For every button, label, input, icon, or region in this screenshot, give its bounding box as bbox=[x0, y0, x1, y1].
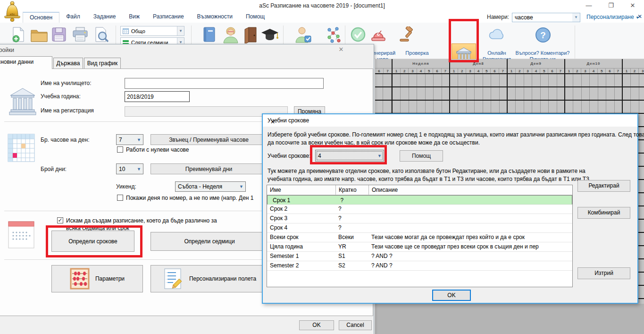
school-name-input[interactable] bbox=[125, 78, 324, 89]
grid-period-number: 1 bbox=[393, 69, 400, 73]
terms-dialog-titlebar: Учебни срокове ✕ bbox=[263, 114, 637, 127]
open-folder-button[interactable] bbox=[30, 28, 48, 43]
find-combobox[interactable]: часове ▼ bbox=[512, 13, 580, 22]
maximize-button[interactable]: ❐ bbox=[604, 1, 618, 10]
term-description: Тези часове могат да се провеждат през к… bbox=[368, 233, 572, 242]
days-count-select[interactable]: 10▼ bbox=[116, 163, 143, 174]
term-short: Всеки bbox=[335, 233, 368, 242]
col-description: Описание bbox=[368, 185, 572, 195]
minimize-button[interactable]: — bbox=[582, 1, 596, 10]
teachers-button[interactable] bbox=[222, 26, 240, 43]
term-row[interactable]: Semester 2S2? AND ? bbox=[267, 261, 572, 271]
edit-button[interactable]: Редактирай bbox=[577, 180, 630, 192]
term-row[interactable]: Срок 1? bbox=[267, 195, 572, 205]
parameters-button[interactable]: Параметри bbox=[51, 265, 143, 292]
questions-button[interactable]: ? bbox=[535, 26, 552, 43]
save-button[interactable] bbox=[51, 26, 67, 43]
table-icon bbox=[123, 28, 129, 34]
find-value: часове bbox=[515, 14, 533, 21]
combine-button[interactable]: Комбинирай bbox=[577, 207, 630, 219]
terms-close-icon[interactable]: ✕ bbox=[268, 117, 278, 127]
term-description: Тези часове ще се проведат през всеки ср… bbox=[368, 242, 572, 251]
print-preview-button[interactable] bbox=[93, 26, 109, 43]
menu-tab-1[interactable]: Основен bbox=[23, 12, 59, 23]
term-description bbox=[368, 223, 572, 232]
settings-close-icon[interactable]: ✕ bbox=[336, 45, 346, 54]
menu-tab-5[interactable]: Разписание bbox=[146, 12, 191, 23]
school-year-input[interactable] bbox=[125, 91, 190, 102]
menu-tab-2[interactable]: Файл bbox=[59, 12, 87, 23]
app-logo-bell-icon[interactable]: aSc bbox=[4, 1, 21, 23]
grid-period-number: 7 bbox=[499, 69, 507, 73]
term-name: Срок 2 bbox=[267, 205, 335, 214]
terms-table-header: Име Кратко Описание bbox=[267, 185, 572, 195]
term-row[interactable]: Цяла годинаYRТези часове ще се проведат … bbox=[267, 242, 572, 252]
grid-day-name: Ден8 bbox=[450, 59, 507, 69]
term-short: S2 bbox=[335, 261, 368, 270]
zero-periods-checkbox[interactable]: Работи с нулеви часове bbox=[117, 146, 189, 153]
grid-period-number: 5 bbox=[482, 69, 490, 73]
menu-tab-7[interactable]: Помощ bbox=[239, 12, 271, 23]
tab-schedule-type[interactable]: Вид график bbox=[84, 58, 121, 69]
rename-days-button[interactable]: Преименувай дни bbox=[151, 163, 267, 174]
bells-rename-periods-button[interactable]: Звънец / Преименувай часове bbox=[151, 134, 267, 145]
tab-basic-data[interactable]: Основни данни bbox=[0, 56, 52, 69]
delete-button[interactable]: Изтрий bbox=[577, 267, 630, 279]
help-button[interactable]: Помощ bbox=[400, 150, 443, 162]
periods-per-day-select[interactable]: 7▼ bbox=[116, 134, 143, 145]
term-row[interactable]: Срок 4? bbox=[267, 223, 572, 233]
contracts-graph-button[interactable] bbox=[326, 26, 343, 43]
grid-period-number: 4 bbox=[417, 69, 425, 73]
view-select-overall[interactable]: Общо ▼ bbox=[120, 26, 184, 36]
checkbox-checked[interactable]: ✓ bbox=[57, 217, 63, 223]
terms-table[interactable]: Име Кратко Описание Срок 1?Срок 2?Срок 3… bbox=[267, 185, 573, 287]
weekend-label: Уикенд: bbox=[116, 183, 136, 190]
term-name: Semester 1 bbox=[267, 252, 335, 261]
term-short: ? bbox=[335, 214, 368, 223]
define-terms-button[interactable]: Определи срокове bbox=[51, 231, 134, 252]
term-row[interactable]: Срок 3? bbox=[267, 214, 572, 223]
settings-ok-button[interactable]: OK bbox=[299, 320, 334, 330]
term-row[interactable]: Всеки срокВсекиТези часове могат да се п… bbox=[267, 233, 572, 242]
grid-period-number: 6 bbox=[548, 69, 556, 73]
online-timetables-button[interactable] bbox=[488, 26, 507, 41]
classrooms-button[interactable] bbox=[243, 26, 258, 43]
weekend-select[interactable]: Събота - Неделя▼ bbox=[175, 181, 246, 192]
menu-tab-4[interactable]: Виж bbox=[122, 12, 146, 23]
term-description: ? AND ? bbox=[368, 261, 572, 270]
term-row[interactable]: Semester 1S1? AND ? bbox=[267, 252, 572, 261]
close-button[interactable]: ✕ bbox=[626, 1, 640, 10]
day-number-checkbox[interactable]: Покажи деня по номер, а не по име (напр.… bbox=[117, 195, 254, 201]
tab-country[interactable]: Държава bbox=[53, 58, 83, 69]
new-document-button[interactable] bbox=[10, 26, 26, 43]
menu-tab-6[interactable]: Възможности bbox=[191, 12, 239, 23]
chevron-down-icon[interactable]: ▼ bbox=[572, 13, 580, 22]
term-name: Срок 3 bbox=[267, 214, 335, 223]
test-button[interactable] bbox=[350, 26, 366, 43]
terms-count-select[interactable]: 4▼ bbox=[315, 150, 384, 162]
grid-period-number: 2 bbox=[515, 69, 523, 73]
subjects-button[interactable] bbox=[201, 26, 217, 43]
checkbox-unchecked[interactable] bbox=[117, 146, 123, 153]
svg-text:?: ? bbox=[540, 30, 546, 40]
different-terms-checkbox[interactable]: ✓ Искам да създам разписание, което да б… bbox=[57, 217, 217, 224]
checkbox-unchecked[interactable] bbox=[117, 195, 123, 201]
custom-fields-button[interactable]: Персонализирани полета bbox=[151, 265, 268, 292]
term-description: ? AND ? bbox=[368, 252, 572, 261]
menu-tab-3[interactable]: Задание bbox=[87, 12, 123, 23]
col-short: Кратко bbox=[335, 185, 368, 195]
print-button[interactable] bbox=[72, 26, 89, 43]
term-row[interactable]: Срок 2? bbox=[267, 205, 572, 214]
lessons-button[interactable] bbox=[294, 26, 312, 43]
define-weeks-button[interactable]: Определи седмици bbox=[151, 232, 268, 251]
personalize-menu[interactable]: Персонализиране ▼ bbox=[586, 14, 639, 20]
personalize-close-icon[interactable]: ✕ bbox=[637, 13, 642, 20]
chevron-down-icon[interactable]: ▼ bbox=[177, 26, 184, 35]
term-name: Срок 4 bbox=[267, 223, 335, 232]
settings-cancel-button[interactable]: Cancel bbox=[339, 320, 372, 330]
terms-ok-button[interactable]: OK bbox=[432, 290, 471, 301]
classes-button[interactable] bbox=[260, 26, 279, 43]
check-button[interactable] bbox=[399, 26, 415, 43]
generate-new-button[interactable] bbox=[371, 26, 386, 43]
col-name: Име bbox=[267, 185, 335, 195]
